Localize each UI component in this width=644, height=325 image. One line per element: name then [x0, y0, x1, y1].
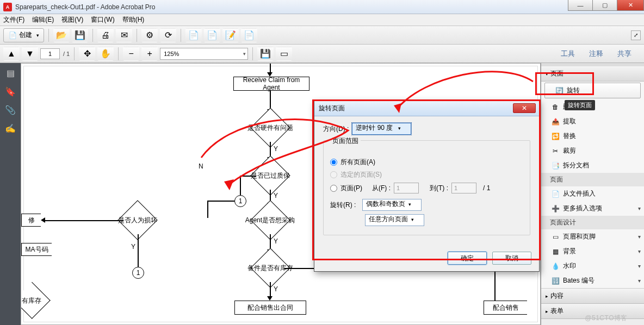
email-button[interactable]: ✉	[116, 28, 132, 42]
panel-rotate[interactable]: 🔄 旋转	[544, 83, 641, 98]
bookmark-icon[interactable]: 🔖	[5, 86, 16, 97]
page-number-input[interactable]	[40, 48, 60, 59]
connector	[207, 201, 208, 218]
print-button[interactable]: 🖨	[97, 28, 114, 42]
doc1-button[interactable]: 📄	[185, 28, 202, 42]
menu-edit[interactable]: 编辑(E)	[32, 15, 54, 24]
from-label: 从(F) :	[372, 184, 391, 193]
file-plus-icon: 📄	[551, 190, 560, 198]
connector	[43, 220, 123, 221]
connector-circle: 1	[234, 195, 246, 207]
panel-crop[interactable]: ✂裁剪	[541, 143, 644, 158]
tab-share[interactable]: 共享	[611, 46, 637, 61]
delete-icon: 🗑	[551, 103, 560, 111]
radio-selected-row[interactable]: 选定的页面(S)	[330, 170, 523, 179]
to-input[interactable]	[451, 183, 476, 193]
create-label: 创建	[19, 30, 32, 40]
page-up-button[interactable]: ▲	[3, 47, 20, 61]
menu-help[interactable]: 帮助(H)	[122, 15, 145, 24]
view-mode-button[interactable]: ▭	[276, 47, 292, 61]
settings-button[interactable]: ⚙	[141, 28, 158, 42]
app-icon: A	[3, 3, 12, 11]
ok-button[interactable]: 确定	[448, 252, 487, 265]
close-button[interactable]: ✕	[617, 0, 644, 11]
panel-watermark[interactable]: 💧水印▾	[541, 259, 644, 273]
cancel-button[interactable]: 取消	[492, 252, 531, 265]
label-y: Y	[274, 238, 278, 245]
even-odd-select[interactable]: 偶数和奇数页▾	[362, 199, 422, 211]
toolbar-secondary: ▲ ▼ / 1 ✥ ✋ − + 💾 ▭ 工具 注释 共享	[0, 45, 644, 63]
radio-pages[interactable]	[330, 185, 337, 192]
create-button[interactable]: 📄 创建 ▾	[3, 28, 44, 42]
connector	[207, 201, 234, 202]
more-icon: ➕	[551, 204, 560, 213]
disk-icon: 💾	[261, 49, 270, 58]
hand-tool-button[interactable]: ✋	[97, 47, 114, 61]
direction-select[interactable]: 逆时针 90 度 ▾	[352, 123, 411, 135]
tab-tools[interactable]: 工具	[555, 46, 581, 61]
header-footer-icon: ▭	[551, 233, 560, 241]
orientation-select[interactable]: 任意方向页面▾	[365, 214, 424, 226]
open-button[interactable]: 📂	[53, 28, 70, 42]
panel-header-content[interactable]: ▸内容	[541, 289, 644, 304]
refresh-button[interactable]: ⟳	[160, 28, 176, 42]
panel-item-label: 背景	[563, 247, 576, 256]
minimize-button[interactable]: —	[568, 0, 593, 11]
window-controls: — ▢ ✕	[568, 0, 644, 11]
doc4-button[interactable]: 📄	[241, 28, 257, 42]
radio-pages-row[interactable]: 页面(P) 从(F) : 到(T) : / 1	[330, 183, 523, 193]
zoom-select[interactable]	[160, 48, 248, 60]
panel-insert-file[interactable]: 📄从文件插入	[541, 186, 644, 201]
panel-split[interactable]: 📑拆分文档	[541, 158, 644, 173]
panel-header-footer[interactable]: ▭页眉和页脚▾	[541, 229, 644, 244]
label-n: N	[199, 162, 203, 170]
collapse-button[interactable]: ⤢	[631, 30, 641, 40]
arrow-up-icon: ▲	[7, 49, 16, 58]
panel-item-label: 拆分文档	[563, 161, 589, 170]
menu-window[interactable]: 窗口(W)	[91, 15, 114, 24]
panel-background[interactable]: ▦背景▾	[541, 244, 644, 259]
doc3-button[interactable]: 📝	[222, 28, 239, 42]
panel-more-insert[interactable]: ➕更多插入选项▾	[541, 201, 644, 216]
panel-extract[interactable]: 📤提取	[541, 114, 644, 129]
signature-icon[interactable]: ✍	[5, 123, 16, 134]
folder-open-icon: 📂	[57, 31, 66, 40]
panel-bates[interactable]: 🔢Bates 编号▾	[541, 273, 644, 288]
tab-comment[interactable]: 注释	[583, 46, 609, 61]
label-y: Y	[274, 145, 278, 153]
radio-all[interactable]	[330, 159, 337, 166]
page-total: / 1	[63, 51, 70, 57]
radio-all-row[interactable]: 所有页面(A)	[330, 158, 523, 167]
panel-item-label: Bates 编号	[563, 276, 595, 285]
thumbnails-icon[interactable]: ▤	[5, 67, 16, 78]
connector	[138, 234, 139, 267]
zoom-in-button[interactable]: +	[141, 47, 158, 61]
split-icon: 📑	[551, 161, 560, 170]
dialog-close-button[interactable]: ✕	[513, 103, 536, 113]
save-icon: 💾	[76, 31, 84, 40]
zoom-out-button[interactable]: −	[123, 47, 139, 61]
titlebar: A Spareparts_check-Out1.pdf - Adobe Acro…	[0, 0, 644, 14]
triangle-down-icon: ▾	[546, 71, 548, 77]
menu-view[interactable]: 视图(V)	[61, 15, 83, 24]
maximize-button[interactable]: ▢	[592, 0, 617, 11]
refresh-icon: ⟳	[164, 31, 172, 40]
doc2-button[interactable]: 📄	[204, 28, 220, 42]
attachment-icon[interactable]: 📎	[5, 104, 16, 115]
save-copy-button[interactable]: 💾	[257, 47, 274, 61]
flow-ma: MA号码	[21, 243, 52, 256]
flow-repair: 修	[21, 214, 41, 227]
page-down-button[interactable]: ▼	[22, 47, 38, 61]
panel-header-pages[interactable]: ▾页面	[541, 66, 644, 82]
save-button[interactable]: 💾	[72, 28, 88, 42]
select-tool-button[interactable]: ✥	[79, 47, 95, 61]
panel-replace[interactable]: 🔁替换	[541, 129, 644, 143]
document-icon: 📄	[8, 31, 17, 40]
panel-item-label: 替换	[563, 132, 576, 141]
chevron-down-icon: ▾	[638, 234, 641, 240]
extract-icon: 📤	[551, 117, 560, 126]
chevron-down-icon: ▾	[638, 248, 641, 254]
menu-file[interactable]: 文件(F)	[3, 15, 24, 24]
panel-header-label: 页面	[550, 69, 564, 78]
from-input[interactable]	[394, 183, 419, 193]
